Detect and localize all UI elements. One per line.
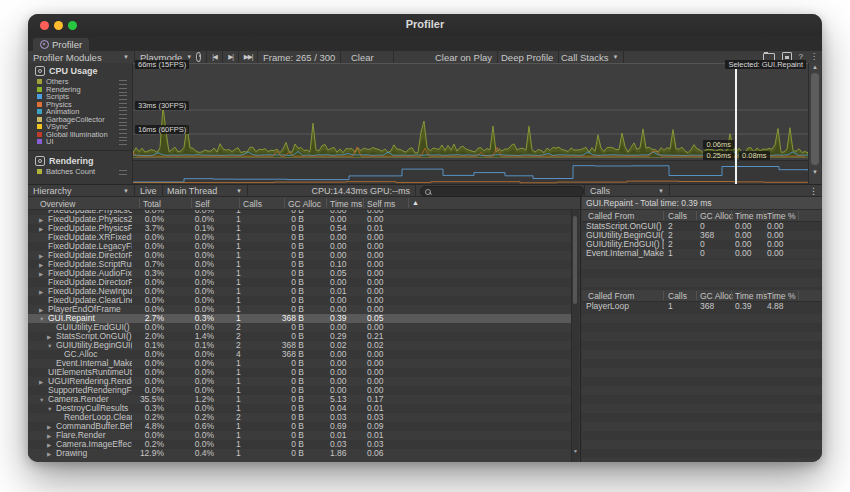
column-time-pct[interactable]: Time % <box>767 291 796 301</box>
sample-name: Drawing <box>56 449 132 458</box>
scroll-up-icon[interactable]: ▲ <box>809 64 821 70</box>
sample-name: FixedUpdate.DirectorFixedUpdate <box>48 251 132 260</box>
deep-profile-toggle[interactable]: Deep Profile <box>496 51 559 63</box>
column-overview[interactable]: Overview <box>40 199 75 209</box>
chevron-down-icon: ▼ <box>613 54 619 60</box>
column-self-ms[interactable]: Self ms <box>367 199 395 209</box>
sample-name: GUI.Repaint <box>48 314 132 323</box>
module-legend-item[interactable]: UI <box>28 138 132 146</box>
hierarchy-table-header: Overview Total Self Calls GC Alloc Time … <box>28 197 580 210</box>
sample-name: GUIUtility.BeginGUI() [Invoke] <box>56 341 132 350</box>
gc-alloc: 0 B <box>256 449 304 458</box>
rendering-chart[interactable] <box>133 160 808 184</box>
next-frame-button[interactable]: ▶| <box>223 51 239 63</box>
drag-handle-icon[interactable] <box>119 95 127 100</box>
record-icon <box>196 52 201 62</box>
hierarchy-rows: FixedUpdate.PhysicsClothFixedUpdate0.0%0… <box>28 206 573 458</box>
module-legend-item[interactable]: GarbageCollector <box>28 116 132 124</box>
drag-handle-icon[interactable] <box>119 80 127 85</box>
module-legend-item[interactable]: Batches Count <box>28 168 132 176</box>
drag-handle-icon[interactable] <box>119 110 127 115</box>
cpu-usage-module-header[interactable]: CPU Usage <box>28 63 132 78</box>
profiler-modules-dropdown[interactable]: Profiler Modules ▼ <box>28 51 135 63</box>
frame-playhead[interactable] <box>735 63 737 184</box>
drag-handle-icon[interactable] <box>119 125 127 130</box>
table-row[interactable]: Event.Internal_MakeMasterEventCurrent100… <box>582 249 822 258</box>
module-legend-item[interactable]: Rendering <box>28 86 132 94</box>
table-row[interactable]: PlayerLoop13680.394.88 <box>582 302 822 311</box>
caller-name: GUIUtility.BeginGUI() [Invoke] <box>586 231 664 240</box>
column-called-from[interactable]: Called From <box>588 291 634 301</box>
column-calls[interactable]: Calls <box>243 199 262 209</box>
rendering-chart-graph <box>133 161 808 184</box>
last-frame-button[interactable]: ▶▶| <box>239 51 258 63</box>
module-legend-item[interactable]: Physics <box>28 101 132 109</box>
hierarchy-scrollbar-thumb[interactable] <box>573 216 577 304</box>
record-button[interactable] <box>191 51 207 63</box>
drag-handle-icon[interactable] <box>119 133 127 138</box>
column-time-ms[interactable]: Time ms <box>330 199 362 209</box>
call-stacks-dropdown[interactable]: Call Stacks ▼ <box>556 51 624 63</box>
window-title: Profiler <box>28 18 822 30</box>
tab-label: Profiler <box>52 39 82 50</box>
live-toggle[interactable]: Live <box>135 185 163 196</box>
tab-profiler[interactable]: Profiler <box>33 38 89 51</box>
calls-to-rows: StatsScript.OnGUI() [Invoke]200.000.00GU… <box>582 222 822 258</box>
caller-name: GUIUtility.EndGUI() [Invoke] <box>586 240 664 249</box>
sample-name: RenderLoop.CleanupNodeQueue <box>64 413 132 422</box>
sample-name: SupportedRenderingFeatures <box>48 386 132 395</box>
column-calls[interactable]: Calls <box>668 291 687 301</box>
sample-name: Camera.Render <box>48 395 132 404</box>
module-legend-item[interactable]: Global Illumination <box>28 131 132 139</box>
hierarchy-view-dropdown[interactable]: Hierarchy ▼ <box>28 185 135 196</box>
column-self[interactable]: Self <box>195 199 210 209</box>
total-percent: 12.9% <box>124 449 164 458</box>
chevron-down-icon: ▼ <box>123 188 129 194</box>
clear-on-play-toggle[interactable]: Clear on Play <box>430 51 498 63</box>
thread-dropdown[interactable]: Main Thread ▼ <box>162 185 248 196</box>
search-field[interactable] <box>420 186 584 197</box>
called-from-rows: PlayerLoop13680.394.88 <box>582 302 822 311</box>
called-from-table-header: Called From Calls GC Alloc Time ms Time … <box>582 290 822 302</box>
drag-handle-icon[interactable] <box>119 140 127 145</box>
calls-panel-menu-icon[interactable]: ⋮ <box>809 186 818 196</box>
charts-region: CPU Usage OthersRenderingScriptsPhysicsA… <box>28 63 822 184</box>
gc-alloc: 368 <box>700 302 714 311</box>
charts-scrollbar[interactable]: ▲ ▼ <box>808 63 821 184</box>
column-gc-alloc[interactable]: GC Alloc <box>700 291 733 301</box>
expand-icon[interactable]: ▶ <box>47 450 51 459</box>
column-gc-alloc[interactable]: GC Alloc <box>288 199 321 209</box>
collapse-all-icon[interactable]: ▲ <box>412 199 419 206</box>
rendering-module-icon <box>35 156 45 166</box>
drag-handle-icon[interactable] <box>119 103 127 108</box>
column-time-pct[interactable]: Time % <box>767 211 796 221</box>
clear-button[interactable]: Clear <box>346 51 394 63</box>
calls-view-dropdown[interactable]: Calls ▼ <box>584 185 670 196</box>
module-color-swatch <box>37 109 42 114</box>
last-frame-icon: ▶▶| <box>244 53 253 61</box>
time-percent: 4.88 <box>767 302 784 311</box>
module-legend-item[interactable]: Scripts <box>28 93 132 101</box>
column-called-from[interactable]: Called From <box>588 211 634 221</box>
drag-handle-icon[interactable] <box>119 88 127 93</box>
drag-handle-icon[interactable] <box>119 118 127 123</box>
column-total[interactable]: Total <box>143 199 161 209</box>
scroll-down-icon[interactable]: ▼ <box>809 169 821 175</box>
column-gc-alloc[interactable]: GC Alloc <box>700 211 733 221</box>
column-calls[interactable]: Calls <box>668 211 687 221</box>
module-color-swatch <box>37 94 42 99</box>
drag-handle-icon[interactable] <box>119 170 127 175</box>
caller-name: Event.Internal_MakeMasterEventCurrent <box>586 249 664 258</box>
search-input[interactable] <box>431 188 565 196</box>
rendering-module-header[interactable]: Rendering <box>28 153 132 168</box>
time-ms: 0.39 <box>735 302 752 311</box>
charts-scrollbar-thumb[interactable] <box>811 73 819 165</box>
detail-toolbar: Hierarchy ▼ Live Main Thread ▼ CPU:14.43… <box>28 184 822 197</box>
kebab-menu-icon[interactable]: ⋮ <box>810 53 818 61</box>
scroll-down-icon[interactable]: ▼ <box>572 448 579 454</box>
table-row[interactable]: ▶Drawing12.9%0.4%10 B1.860.06 <box>28 449 573 458</box>
calls-to-table-header: Called From Calls GC Alloc Time ms Time … <box>582 210 822 222</box>
next-frame-icon: ▶| <box>228 53 233 61</box>
prev-frame-button[interactable]: |◀ <box>207 51 223 63</box>
hierarchy-scrollbar[interactable]: ▼ <box>571 210 579 462</box>
